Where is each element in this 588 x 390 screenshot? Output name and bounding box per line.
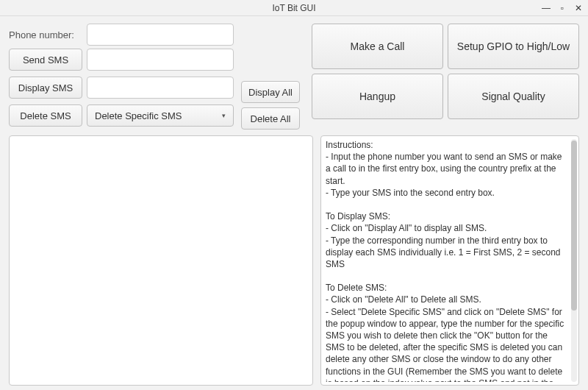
instructions-pane: Instructions: - Input the phone number y… [320,135,579,386]
sms-index-input[interactable] [87,77,234,99]
setup-gpio-button[interactable]: Setup GPIO to High/Low [448,24,579,69]
sms-text-input[interactable] [87,49,234,71]
maximize-icon[interactable]: ▫ [557,0,567,16]
phone-number-label: Phone number: [9,29,82,40]
instructions-text: Instructions: - Input the phone number y… [326,139,568,382]
delete-sms-button[interactable]: Delete SMS [9,104,82,127]
right-panel: Make a Call Setup GPIO to High/Low Hangu… [312,24,579,130]
mid-panel: Display All Delete All [241,74,304,130]
hangup-button[interactable]: Hangup [312,74,443,119]
display-sms-button[interactable]: Display SMS [9,77,82,99]
delete-all-button[interactable]: Delete All [241,107,300,130]
scrollbar[interactable] [571,139,577,382]
make-call-button[interactable]: Make a Call [312,24,443,69]
display-all-button[interactable]: Display All [241,81,300,103]
left-panel: Phone number: Send SMS Display SMS Delet… [9,24,234,130]
output-display [9,135,313,386]
close-icon[interactable]: ✕ [573,0,584,16]
phone-number-input[interactable] [87,24,234,46]
delete-option-combo[interactable]: Delete Specific SMS ▾ [87,104,234,127]
title-bar: IoT Bit GUI — ▫ ✕ [0,0,588,16]
window-title: IoT Bit GUI [272,3,315,13]
signal-quality-button[interactable]: Signal Quality [448,74,579,119]
chevron-down-icon: ▾ [222,112,226,119]
combo-selected-text: Delete Specific SMS [95,110,182,121]
send-sms-button[interactable]: Send SMS [9,49,82,71]
scrollbar-thumb[interactable] [571,141,577,311]
minimize-icon[interactable]: — [541,0,551,16]
